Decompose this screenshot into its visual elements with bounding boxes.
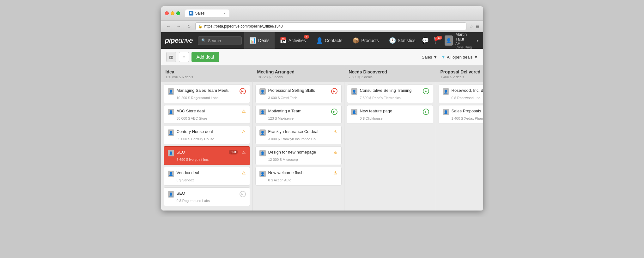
kanban-view-button[interactable]: ▦ bbox=[166, 52, 176, 62]
deal-warning-icon: ⚠ bbox=[242, 129, 246, 134]
user-company: AF Consulting bbox=[455, 41, 473, 49]
deal-next-stage-button[interactable]: ▶ bbox=[240, 88, 246, 94]
pipeline-column-idea: Idea120 890 $ 6 deals👤Managing Sales Tea… bbox=[161, 66, 253, 211]
column-title-proposal-delivered: Proposal Delivered bbox=[440, 69, 483, 74]
maximize-traffic-light[interactable] bbox=[176, 11, 180, 15]
user-area[interactable]: 👤 Martin Tajur AF Consulting ▼ bbox=[445, 32, 479, 49]
deal-card-deal-5[interactable]: 👤Vendox deal⚠0 $ Vendox bbox=[164, 167, 250, 186]
deal-avatar: 👤 bbox=[168, 191, 174, 198]
column-body-needs-discovered: 👤Consultative Selling Training▶7 500 $ P… bbox=[344, 82, 436, 128]
nav-item-contacts[interactable]: 👤 Contacts bbox=[311, 32, 347, 49]
deal-warning-icon: ⚠ bbox=[333, 129, 337, 134]
deal-meta: 0 $ Clickhouse bbox=[360, 116, 429, 120]
deal-card-deal-4[interactable]: 👤SEO36d⚠5 690 $ Ivorypint Inc. bbox=[164, 146, 250, 165]
deal-warning-icon: ⚠ bbox=[242, 170, 246, 175]
bookmark-icon[interactable]: ☆ bbox=[469, 23, 473, 29]
deal-meta: 3 600 $ Omni Tech bbox=[268, 96, 337, 100]
column-title-needs-discovered: Needs Discovered bbox=[349, 69, 431, 74]
deal-card-deal-10[interactable]: 👤Design for new homepage⚠12 000 $ Microc… bbox=[255, 146, 342, 165]
deal-title: ABC Store deal bbox=[177, 109, 238, 114]
browser-nav: ← → ↻ 🔒 https://beta.pipedrive.com/pipel… bbox=[161, 21, 483, 32]
deal-meta: 0 $ Action Auto bbox=[268, 178, 337, 182]
deal-card-deal-9[interactable]: 👤Franklyn Insurance Co deal⚠3 000 $ Fran… bbox=[255, 126, 342, 144]
deal-avatar: 👤 bbox=[259, 129, 266, 136]
browser-tab[interactable]: P Sales × bbox=[185, 9, 229, 17]
back-button[interactable]: ← bbox=[165, 22, 173, 30]
deal-card-deal-14[interactable]: 👤Rosewood, Inc. deal0 $ Rosewood, Inc. bbox=[439, 85, 483, 103]
sales-filter-dropdown[interactable]: Sales ▼ bbox=[422, 55, 437, 60]
forward-button[interactable]: → bbox=[175, 22, 183, 30]
deal-title: Managing Sales Team Meeti... bbox=[177, 88, 237, 93]
deal-overdue-badge: 36d bbox=[229, 150, 238, 154]
pipeline-column-meeting-arranged: Meeting Arranged18 723 $ 5 deals👤Profess… bbox=[253, 66, 344, 211]
deal-title: New feature page bbox=[360, 109, 420, 114]
column-header-meeting-arranged: Meeting Arranged18 723 $ 5 deals bbox=[253, 66, 344, 82]
user-dropdown-icon[interactable]: ▼ bbox=[476, 39, 479, 42]
deal-card-deal-12[interactable]: 👤Consultative Selling Training▶7 500 $ P… bbox=[347, 85, 433, 103]
deal-title: SEO bbox=[177, 150, 225, 155]
avatar: 👤 bbox=[445, 35, 453, 46]
deal-avatar: 👤 bbox=[351, 109, 357, 115]
nav-item-deals[interactable]: 📊 Deals bbox=[244, 32, 275, 49]
messages-icon[interactable]: 💬 bbox=[421, 36, 430, 45]
top-nav: pipedrive 🔍 Search 📊 Deals 4 📅 Activitie… bbox=[161, 32, 483, 49]
search-placeholder: Search bbox=[208, 38, 221, 43]
deal-card-deal-1[interactable]: 👤Managing Sales Team Meeti...▶10 200 $ R… bbox=[164, 85, 250, 103]
nav-item-products[interactable]: 📦 Products bbox=[347, 32, 384, 49]
notifications-icon[interactable]: 🚩 13 bbox=[433, 36, 442, 45]
deal-avatar: 👤 bbox=[259, 88, 266, 95]
deal-avatar: 👤 bbox=[168, 171, 174, 177]
deal-meta: 0 $ Rosewood, Inc. bbox=[452, 96, 483, 100]
deal-next-stage-button[interactable]: ▶ bbox=[423, 88, 429, 94]
deal-card-deal-7[interactable]: 👤Professional Selling Skills▶3 600 $ Omn… bbox=[255, 85, 342, 103]
tab-title: Sales bbox=[195, 11, 205, 16]
nav-activities-label: Activities bbox=[289, 38, 306, 43]
deal-avatar: 👤 bbox=[351, 88, 357, 95]
tab-close-icon[interactable]: × bbox=[223, 11, 225, 15]
toolbar-left: ▦ ≡ Add deal bbox=[166, 52, 219, 62]
column-header-needs-discovered: Needs Discovered7 500 $ 2 deals bbox=[344, 66, 436, 82]
logo: pipedrive bbox=[165, 36, 193, 45]
deal-card-deal-13[interactable]: 👤New feature page▶0 $ Clickhouse bbox=[347, 105, 433, 124]
search-bar[interactable]: 🔍 Search bbox=[198, 36, 242, 45]
deal-meta: 7 500 $ Price's Electronics bbox=[360, 96, 429, 100]
nav-products-label: Products bbox=[361, 38, 379, 43]
deal-next-stage-button[interactable]: ▶ bbox=[240, 191, 246, 197]
deal-card-deal-3[interactable]: 👤Century House deal⚠55 000 $ Century Hou… bbox=[164, 126, 250, 144]
deal-avatar: 👤 bbox=[259, 171, 266, 177]
tab-favicon: P bbox=[189, 11, 193, 16]
nav-item-statistics[interactable]: 🕐 Statistics bbox=[384, 32, 421, 49]
minimize-traffic-light[interactable] bbox=[171, 11, 174, 15]
deal-card-deal-6[interactable]: 👤SEO▶0 $ Rogersound Labs bbox=[164, 187, 250, 206]
deal-next-stage-button[interactable]: ▶ bbox=[423, 109, 429, 115]
browser-titlebar: P Sales × bbox=[161, 6, 483, 21]
close-traffic-light[interactable] bbox=[165, 11, 169, 15]
deal-card-deal-11[interactable]: 👤New welcome flash⚠0 $ Action Auto bbox=[255, 167, 342, 186]
deal-card-deal-2[interactable]: 👤ABC Store deal⚠50 000 $ ABC Store bbox=[164, 105, 250, 124]
deal-title: Sales Proposals bbox=[452, 109, 483, 114]
deals-filter-dropdown[interactable]: ▼ All open deals ▼ bbox=[441, 54, 478, 60]
deal-title: Motivating a Team bbox=[268, 109, 329, 114]
add-deal-button[interactable]: Add deal bbox=[191, 52, 219, 62]
nav-item-activities[interactable]: 4 📅 Activities bbox=[275, 32, 311, 49]
deal-card-deal-15[interactable]: 👤Sales Proposals⚠1 400 $ Xedax Pharmaceu… bbox=[439, 105, 483, 124]
deal-meta: 5 690 $ Ivorypint Inc. bbox=[177, 158, 246, 161]
deal-next-stage-button[interactable]: ▶ bbox=[331, 109, 337, 115]
deal-next-stage-button[interactable]: ▶ bbox=[331, 88, 337, 94]
deal-title: Consultative Selling Training bbox=[360, 88, 420, 93]
nav-statistics-label: Statistics bbox=[398, 38, 416, 43]
deal-meta: 123 $ Maxiserve bbox=[268, 116, 337, 120]
deal-avatar: 👤 bbox=[168, 129, 174, 136]
menu-icon[interactable]: ≡ bbox=[476, 23, 479, 30]
kanban-icon: ▦ bbox=[169, 54, 173, 60]
list-view-button[interactable]: ≡ bbox=[179, 52, 189, 62]
column-meta-idea: 120 890 $ 6 deals bbox=[166, 75, 248, 79]
column-body-idea: 👤Managing Sales Team Meeti...▶10 200 $ R… bbox=[161, 82, 252, 211]
column-meta-meeting-arranged: 18 723 $ 5 deals bbox=[257, 75, 340, 79]
deal-card-deal-8[interactable]: 👤Motivating a Team▶123 $ Maxiserve bbox=[255, 105, 342, 124]
search-icon: 🔍 bbox=[201, 38, 206, 43]
refresh-button[interactable]: ↻ bbox=[185, 22, 193, 30]
deal-meta: 50 000 $ ABC Store bbox=[177, 116, 246, 120]
deal-meta: 0 $ Vendox bbox=[177, 178, 246, 182]
address-bar[interactable]: 🔒 https://beta.pipedrive.com/pipeline/1/… bbox=[195, 22, 466, 30]
